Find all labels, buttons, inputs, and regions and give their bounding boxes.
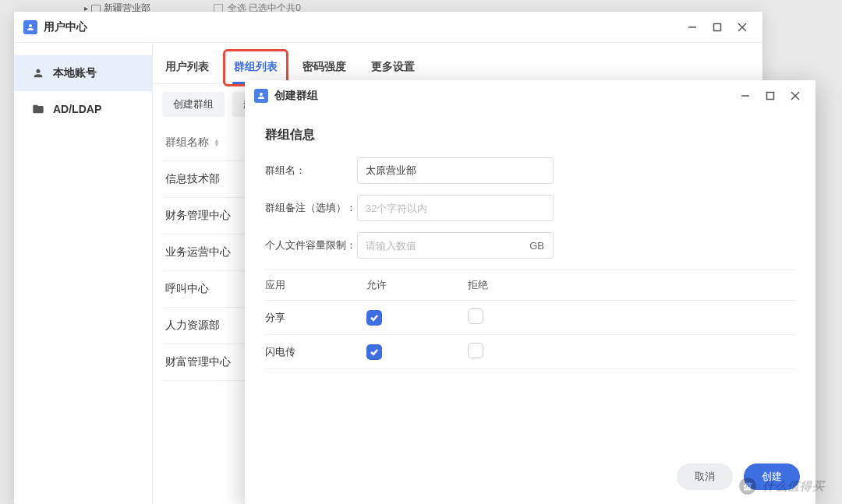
watermark-logo-icon: 值 xyxy=(738,476,758,496)
modal-title: 创建群组 xyxy=(274,89,318,103)
col-allow: 允许 xyxy=(366,278,468,292)
form-row-name: 群组名： xyxy=(265,157,795,184)
modal-close-button[interactable] xyxy=(784,86,806,105)
modal-footer: 取消 创建 xyxy=(245,453,815,504)
tabs: 用户列表 群组列表 密码强度 更多设置 xyxy=(153,43,762,84)
group-name-input[interactable] xyxy=(357,157,554,184)
modal-body: 群组信息 群组名： 群组备注（选填）： 个人文件容量限制： GB 应用 允许 拒… xyxy=(245,111,815,453)
group-name: 财务管理中心 xyxy=(165,209,231,221)
group-name: 业务运营中心 xyxy=(165,245,231,258)
modal-minimize-button[interactable] xyxy=(734,86,756,105)
group-name: 呼叫中心 xyxy=(165,282,209,294)
quota-unit: GB xyxy=(529,240,544,252)
sidebar: 本地账号 AD/LDAP xyxy=(14,43,153,504)
user-icon xyxy=(31,66,45,80)
perm-app-name: 闪电传 xyxy=(265,345,366,359)
permissions-table: 应用 允许 拒绝 分享 闪电传 xyxy=(265,270,795,369)
svg-text:值: 值 xyxy=(743,481,753,491)
maximize-button[interactable] xyxy=(706,18,728,37)
sidebar-item-local-accounts[interactable]: 本地账号 xyxy=(14,55,152,91)
group-remark-input[interactable] xyxy=(357,195,554,221)
quota-input[interactable] xyxy=(357,232,554,259)
window-title: 用户中心 xyxy=(44,20,87,34)
tab-label: 用户列表 xyxy=(165,60,209,72)
table-row: 分享 xyxy=(265,301,795,335)
tab-more-settings[interactable]: 更多设置 xyxy=(359,52,427,83)
col-app: 应用 xyxy=(265,278,366,292)
svg-rect-5 xyxy=(767,93,774,100)
svg-rect-1 xyxy=(714,23,721,30)
header-label: 群组名称 xyxy=(165,136,209,150)
cancel-button[interactable]: 取消 xyxy=(677,463,733,490)
deny-checkbox[interactable] xyxy=(468,308,483,324)
quota-label: 个人文件容量限制： xyxy=(265,238,357,252)
sidebar-item-ad-ldap[interactable]: AD/LDAP xyxy=(14,91,152,127)
minimize-button[interactable] xyxy=(681,18,703,37)
close-button[interactable] xyxy=(731,18,753,37)
remark-label: 群组备注（选填）： xyxy=(265,201,357,215)
user-app-icon xyxy=(23,20,37,34)
folder-icon xyxy=(31,102,45,116)
table-header: 应用 允许 拒绝 xyxy=(265,270,795,301)
create-group-button[interactable]: 创建群组 xyxy=(162,92,225,117)
section-title: 群组信息 xyxy=(265,127,795,143)
tab-password-strength[interactable]: 密码强度 xyxy=(290,52,359,83)
tab-label: 群组列表 xyxy=(234,60,278,72)
tab-label: 密码强度 xyxy=(302,60,346,72)
allow-checkbox[interactable] xyxy=(366,344,382,360)
allow-checkbox[interactable] xyxy=(366,310,382,326)
titlebar: 用户中心 xyxy=(14,12,762,43)
col-deny: 拒绝 xyxy=(468,278,795,292)
tab-user-list[interactable]: 用户列表 xyxy=(153,52,221,83)
group-name: 信息技术部 xyxy=(165,172,220,185)
watermark: 值 什么值得买 xyxy=(738,476,825,496)
name-label: 群组名： xyxy=(265,164,357,178)
tab-group-list[interactable]: 群组列表 xyxy=(221,52,290,83)
sidebar-item-label: 本地账号 xyxy=(53,66,97,80)
form-row-quota: 个人文件容量限制： GB xyxy=(265,232,795,259)
watermark-text: 什么值得买 xyxy=(762,479,825,494)
perm-app-name: 分享 xyxy=(265,311,366,325)
modal-maximize-button[interactable] xyxy=(759,86,781,105)
sort-icon: ▲▼ xyxy=(214,139,220,146)
user-app-icon xyxy=(254,89,268,103)
table-row: 闪电传 xyxy=(265,335,795,369)
modal-titlebar: 创建群组 xyxy=(245,80,815,111)
tab-label: 更多设置 xyxy=(371,60,415,72)
create-group-dialog: 创建群组 群组信息 群组名： 群组备注（选填）： 个人文件容量限制： GB 应用 xyxy=(245,80,815,504)
sidebar-item-label: AD/LDAP xyxy=(53,103,101,115)
group-name: 人力资源部 xyxy=(165,319,220,331)
deny-checkbox[interactable] xyxy=(468,343,483,358)
form-row-remark: 群组备注（选填）： xyxy=(265,195,795,221)
group-name: 财富管理中心 xyxy=(165,355,231,368)
folder-icon xyxy=(91,5,101,12)
